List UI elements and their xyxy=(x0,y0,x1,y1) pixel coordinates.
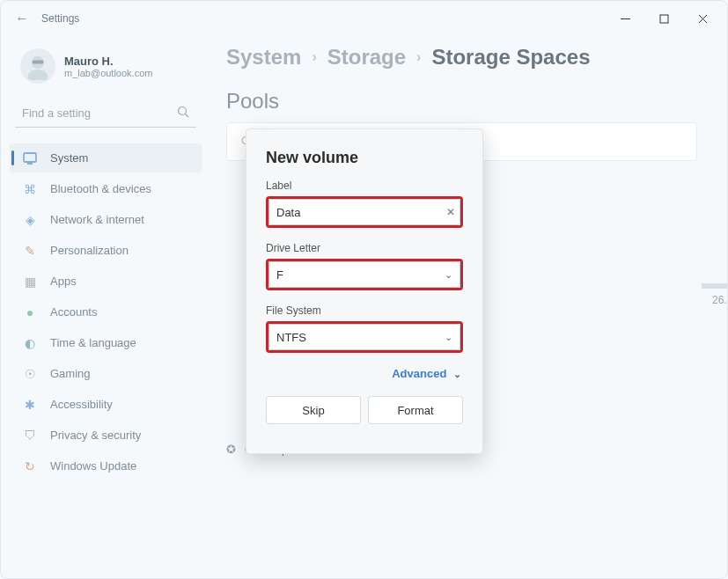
access-icon: ✱ xyxy=(22,398,38,412)
minimize-button[interactable] xyxy=(606,5,644,32)
sidebar-item-bluetooth[interactable]: ⌘ Bluetooth & devices xyxy=(10,174,202,203)
profile[interactable]: Mauro H. m_lab@outlook.com xyxy=(10,36,202,99)
file-system-select[interactable]: NTFS ⌄ xyxy=(268,324,460,350)
sidebar-item-label: Personalization xyxy=(50,244,129,257)
dialog-title: New volume xyxy=(266,149,463,167)
sidebar-item-time[interactable]: ◐ Time & language xyxy=(10,328,202,357)
chevron-right-icon: › xyxy=(312,49,316,65)
sidebar-item-privacy[interactable]: ⛉ Privacy & security xyxy=(10,421,202,450)
breadcrumb-system[interactable]: System xyxy=(226,45,301,70)
search-input[interactable] xyxy=(15,99,196,128)
window-title: Settings xyxy=(41,12,79,25)
sidebar-item-label: System xyxy=(50,151,88,165)
bluetooth-icon: ⌘ xyxy=(22,182,38,196)
sidebar-item-label: Privacy & security xyxy=(50,429,141,442)
chevron-down-icon: ⌄ xyxy=(445,332,452,343)
label-input[interactable] xyxy=(268,199,460,225)
format-button[interactable]: Format xyxy=(368,396,463,424)
help-icon: ✪ xyxy=(226,443,236,456)
file-system-label: File System xyxy=(266,304,463,317)
profile-email: m_lab@outlook.com xyxy=(64,68,152,78)
sidebar-item-label: Accessibility xyxy=(50,398,113,411)
sidebar-item-label: Windows Update xyxy=(50,459,136,473)
brush-icon: ✎ xyxy=(22,244,38,258)
sidebar-item-update[interactable]: ↻ Windows Update xyxy=(10,451,202,480)
label-field-label: Label xyxy=(266,180,463,192)
chevron-down-icon: ⌄ xyxy=(453,369,461,380)
sidebar-item-accessibility[interactable]: ✱ Accessibility xyxy=(10,390,202,419)
free-space: 26.2 GB free xyxy=(702,294,728,306)
skip-button[interactable]: Skip xyxy=(266,396,361,424)
sidebar-item-accounts[interactable]: ● Accounts xyxy=(10,297,202,326)
avatar xyxy=(20,48,55,84)
sidebar-item-system[interactable]: System xyxy=(10,143,202,172)
clear-input-icon[interactable]: ✕ xyxy=(446,206,455,218)
back-button[interactable]: ← xyxy=(15,11,41,26)
usage-bar xyxy=(702,283,728,289)
svg-line-8 xyxy=(186,114,189,118)
breadcrumb: System › Storage › Storage Spaces xyxy=(226,45,697,70)
system-icon xyxy=(22,151,38,165)
chevron-down-icon: ⌄ xyxy=(445,269,452,281)
svg-rect-6 xyxy=(33,61,44,64)
pool-size: 28.5 GB xyxy=(702,392,728,406)
shield-icon: ⛉ xyxy=(22,429,38,443)
person-icon: ● xyxy=(22,305,38,319)
svg-point-5 xyxy=(28,70,48,80)
sidebar-item-network[interactable]: ◈ Network & internet xyxy=(10,205,202,234)
pools-heading: Pools xyxy=(226,89,697,114)
apps-icon: ▦ xyxy=(22,275,38,289)
advanced-toggle[interactable]: Advanced ⌄ xyxy=(266,367,461,380)
sidebar-item-label: Gaming xyxy=(50,367,91,380)
breadcrumb-current: Storage Spaces xyxy=(431,45,590,70)
profile-name: Mauro H. xyxy=(64,55,152,68)
globe-icon: ◐ xyxy=(22,336,38,350)
breadcrumb-storage[interactable]: Storage xyxy=(327,45,406,70)
sidebar-item-label: Network & internet xyxy=(50,213,144,226)
drive-letter-label: Drive Letter xyxy=(266,242,463,254)
wifi-icon: ◈ xyxy=(22,213,38,227)
sidebar-item-label: Accounts xyxy=(50,305,97,319)
sidebar-item-apps[interactable]: ▦ Apps xyxy=(10,267,202,296)
sidebar-item-label: Apps xyxy=(50,275,77,288)
svg-rect-1 xyxy=(660,15,668,23)
svg-rect-9 xyxy=(24,153,36,162)
new-volume-dialog: New volume Label ✕ Drive Letter F ⌄ File… xyxy=(246,128,483,454)
drive-letter-select[interactable]: F ⌄ xyxy=(268,261,460,288)
maximize-button[interactable] xyxy=(644,5,683,32)
sidebar-item-gaming[interactable]: ☉ Gaming xyxy=(10,359,202,388)
search-icon xyxy=(177,106,189,121)
svg-point-7 xyxy=(179,107,187,115)
game-icon: ☉ xyxy=(22,367,38,381)
close-button[interactable] xyxy=(683,5,722,32)
sidebar-item-personalization[interactable]: ✎ Personalization xyxy=(10,236,202,265)
update-icon: ↻ xyxy=(22,459,38,473)
sidebar-item-label: Time & language xyxy=(50,336,136,349)
chevron-right-icon: › xyxy=(416,49,421,65)
sidebar-item-label: Bluetooth & devices xyxy=(50,182,151,195)
pool-size: 28.4 GB xyxy=(702,205,728,218)
